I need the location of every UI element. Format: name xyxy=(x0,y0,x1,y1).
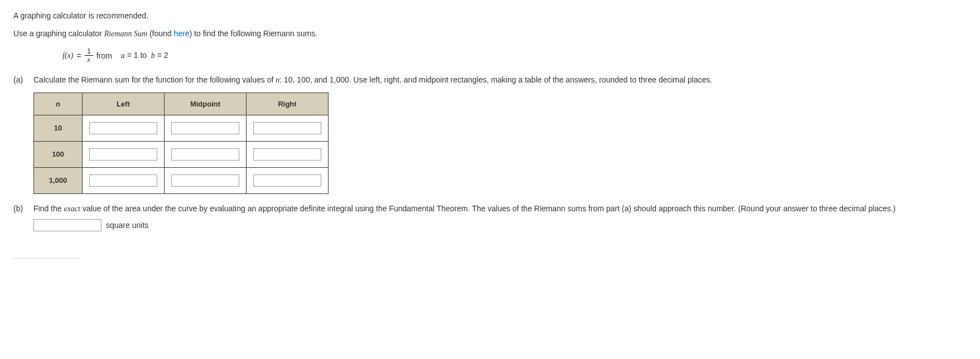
eq2: = 2 xyxy=(155,51,168,60)
part-b: (b) Find the exact value of the area und… xyxy=(13,204,967,231)
units-label: square units xyxy=(106,221,148,230)
eq: = xyxy=(76,51,81,60)
fraction: 1 x xyxy=(85,47,93,64)
input-n100-right[interactable] xyxy=(253,148,321,161)
table-row: 1,000 xyxy=(34,167,329,193)
input-n1000-left[interactable] xyxy=(89,174,157,187)
from: from xyxy=(96,51,112,60)
text: value of the area under the curve by eva… xyxy=(80,204,896,213)
intro-line-2: Use a graphing calculator Riemann Sum (f… xyxy=(13,29,967,38)
text: Calculate the Riemann sum for the functi… xyxy=(33,75,276,84)
intro-line-1: A graphing calculator is recommended. xyxy=(13,11,967,20)
numerator: 1 xyxy=(85,47,93,56)
riemann-sum-term: Riemann Sum xyxy=(104,30,147,38)
input-n100-mid[interactable] xyxy=(171,148,239,161)
table-row: 100 xyxy=(34,141,329,167)
text: : 10, 100, and 1,000. Use left, right, a… xyxy=(279,75,712,84)
eq1: = 1 to xyxy=(125,51,149,60)
input-n1000-mid[interactable] xyxy=(171,174,239,187)
text: (found xyxy=(147,29,173,38)
riemann-table: n Left Midpoint Right 10 100 1,000 xyxy=(33,93,329,194)
header-left: Left xyxy=(83,93,165,115)
input-part-b[interactable] xyxy=(33,219,102,231)
input-n10-mid[interactable] xyxy=(171,122,239,134)
exact-term: exact xyxy=(64,205,80,213)
text: ) to find the following Riemann sums. xyxy=(190,29,318,38)
table-row: 10 xyxy=(34,115,329,141)
header-right: Right xyxy=(247,93,329,115)
input-n10-right[interactable] xyxy=(253,122,321,134)
row-n: 1,000 xyxy=(34,167,83,193)
text: Use a graphing calculator xyxy=(13,29,104,38)
part-a-label: (a) xyxy=(13,75,26,84)
part-b-label: (b) xyxy=(13,204,26,213)
formula: f(x) = 1 x from a = 1 to b = 2 xyxy=(62,47,967,64)
denominator: x xyxy=(85,56,93,64)
fx: f(x) xyxy=(62,51,73,60)
here-link[interactable]: here xyxy=(174,29,190,38)
header-midpoint: Midpoint xyxy=(165,93,247,115)
part-a-text: Calculate the Riemann sum for the functi… xyxy=(33,75,967,85)
part-b-text: Find the exact value of the area under t… xyxy=(33,204,967,214)
b-var: b xyxy=(151,51,155,60)
part-a: (a) Calculate the Riemann sum for the fu… xyxy=(13,75,967,194)
divider xyxy=(13,258,80,259)
input-n100-left[interactable] xyxy=(89,148,157,161)
a-var: a xyxy=(121,51,125,60)
input-n10-left[interactable] xyxy=(89,122,157,134)
text: Find the xyxy=(33,204,64,213)
input-n1000-right[interactable] xyxy=(253,174,321,187)
header-n: n xyxy=(34,93,83,115)
row-n: 100 xyxy=(34,141,83,167)
row-n: 10 xyxy=(34,115,83,141)
